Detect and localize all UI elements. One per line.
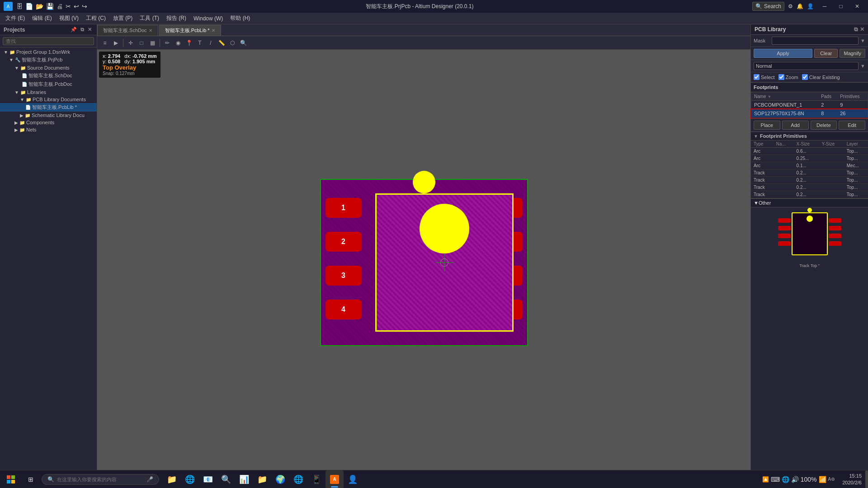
taskbar-app-mail[interactable]: 📧: [199, 470, 217, 488]
poly-tool[interactable]: ⬡: [227, 38, 237, 48]
prim-row-1[interactable]: Arc 0.25... Top...: [751, 155, 868, 162]
taskbar-app-search[interactable]: 🔍: [217, 470, 235, 488]
mask-input[interactable]: [772, 37, 859, 45]
panel-float-icon[interactable]: ⧉: [79, 26, 85, 33]
time-display[interactable]: 15:15 2020/2/6: [839, 473, 865, 486]
taskbar-app-phone[interactable]: 📱: [307, 470, 326, 488]
primitives-section-header[interactable]: ▼ Footprint Primitives: [751, 131, 868, 141]
select-checkbox[interactable]: [754, 74, 760, 80]
edit-button[interactable]: Edit: [839, 121, 865, 130]
tree-item-components[interactable]: ▶ 📁 Components: [0, 119, 97, 126]
arrow-tool[interactable]: ▶: [111, 38, 121, 48]
tab-sch[interactable]: 智能车主板.SchDoc ✕: [97, 25, 158, 36]
delete-button[interactable]: Delete: [811, 121, 837, 130]
primitives-table-container[interactable]: Type Na... X-Size Y-Size Layer Arc 0.6..…: [751, 141, 868, 198]
panel-close-icon[interactable]: ✕: [86, 26, 93, 33]
pin-2[interactable]: 2: [326, 232, 362, 252]
zoom-checkbox[interactable]: [778, 74, 784, 80]
titlebar-search[interactable]: 🔍 Search: [752, 2, 784, 11]
tree-item-schDoc[interactable]: 📄 智能车主板.SchDoc: [0, 71, 97, 80]
place-button[interactable]: Place: [754, 121, 780, 130]
taskbar-app-browser[interactable]: 🌐: [289, 470, 307, 488]
fp-col-primitives[interactable]: Primitives: [837, 93, 868, 101]
pin-tool[interactable]: 📍: [184, 38, 194, 48]
zoom-checkbox-label[interactable]: Zoom: [778, 74, 798, 80]
project-search-input[interactable]: [3, 37, 94, 45]
close-button[interactable]: ✕: [850, 1, 864, 11]
normal-select[interactable]: Normal: [754, 62, 859, 70]
cross-tool[interactable]: ✛: [126, 38, 136, 48]
tray-volume-icon[interactable]: 🔊: [791, 476, 799, 483]
taskview-button[interactable]: ⊞: [22, 470, 40, 488]
tray-up-arrow[interactable]: 🔼: [762, 476, 769, 483]
fp-col-name[interactable]: Name ▼: [751, 93, 818, 101]
magnify-button[interactable]: Magnify: [840, 49, 865, 58]
prim-row-5[interactable]: Track 0.2... Top...: [751, 184, 868, 191]
settings-icon[interactable]: ⚙: [788, 3, 793, 9]
taskbar-app-docs[interactable]: 📁: [253, 470, 271, 488]
select-checkbox-label[interactable]: Select: [754, 74, 775, 80]
taskbar-app-maps[interactable]: 🌍: [271, 470, 289, 488]
taskbar-search-input[interactable]: [57, 477, 144, 482]
bar-chart-tool[interactable]: ▦: [147, 38, 157, 48]
pencil-tool[interactable]: ✏: [162, 38, 172, 48]
prim-row-6[interactable]: Track 0.2... Top...: [751, 191, 868, 198]
normal-dropdown-arrow[interactable]: ▼: [860, 63, 865, 69]
pin-3[interactable]: 3: [326, 266, 362, 286]
taskbar-app-altium[interactable]: A: [326, 470, 344, 488]
filter-tool[interactable]: ≡: [100, 38, 110, 48]
prim-row-4[interactable]: Track 0.2... Top...: [751, 177, 868, 184]
tree-item-sch-lib-docs[interactable]: ▶ 📁 Schematic Library Docu: [0, 112, 97, 119]
pin-4[interactable]: 4: [326, 300, 362, 319]
clear-existing-checkbox[interactable]: [802, 74, 808, 80]
tray-wifi-icon[interactable]: 📶: [819, 476, 826, 483]
taskbar-search-bar[interactable]: 🔍 🎤: [42, 474, 159, 485]
taskbar-app-files[interactable]: 📁: [163, 470, 181, 488]
menu-view[interactable]: 视图 (V): [56, 13, 82, 23]
menu-help[interactable]: 帮助 (H): [226, 13, 254, 23]
measure-tool[interactable]: 📏: [217, 38, 226, 48]
taskbar-app-user[interactable]: 👤: [344, 470, 362, 488]
tree-item-project[interactable]: ▼ 🔧 智能车主板.PrjPcb: [0, 56, 97, 64]
rp-float-icon[interactable]: ⧉: [854, 26, 858, 33]
start-button[interactable]: [0, 470, 22, 488]
other-section-header[interactable]: ▼ Other: [751, 198, 868, 207]
pin-1[interactable]: 1: [326, 198, 362, 218]
clear-button[interactable]: Clear: [814, 49, 838, 58]
minimize-button[interactable]: ─: [817, 1, 832, 11]
menu-tools[interactable]: 工具 (T): [136, 13, 163, 23]
notification-icon[interactable]: 🔔: [797, 3, 803, 9]
clear-existing-checkbox-label[interactable]: Clear Existing: [802, 74, 840, 80]
prim-row-2[interactable]: Arc 0.1... Mec...: [751, 162, 868, 169]
prim-row-0[interactable]: Arc 0.6... Top...: [751, 148, 868, 155]
tree-item-source-docs[interactable]: ▼ 📁 Source Documents: [0, 64, 97, 71]
fp-col-pads[interactable]: Pads: [818, 93, 837, 101]
taskbar-app-excel[interactable]: 📊: [235, 470, 253, 488]
rect-tool[interactable]: □: [137, 38, 146, 48]
zoom-tool[interactable]: 🔍: [238, 38, 248, 48]
menu-file[interactable]: 文件 (E): [2, 13, 28, 23]
tab-lib[interactable]: 智能车主板.PcbLib * ✕: [159, 25, 221, 36]
user-icon[interactable]: 👤: [807, 3, 814, 9]
show-desktop-button[interactable]: [865, 470, 868, 488]
tree-item-nets[interactable]: ▶ 📁 Nets: [0, 126, 97, 133]
tree-item-pcbDoc[interactable]: 📄 智能车主板.PcbDoc: [0, 80, 97, 89]
menu-report[interactable]: 报告 (R): [163, 13, 190, 23]
line-tool[interactable]: /: [206, 38, 216, 48]
tab-close-icon[interactable]: ✕: [149, 28, 152, 33]
prim-row-3[interactable]: Track 0.2... Top...: [751, 169, 868, 177]
maximize-button[interactable]: □: [834, 1, 848, 11]
mic-icon[interactable]: 🎤: [146, 476, 153, 483]
pcb-canvas-area[interactable]: x: 2.794 dx: -0.762 mm y: 0.508 dy: 1.90…: [97, 50, 750, 475]
panel-pin-icon[interactable]: 📌: [69, 26, 78, 33]
tree-item-project-group[interactable]: ▼ 📁 Project Group 1.DsnWrk: [0, 48, 97, 56]
menu-project[interactable]: 工程 (C): [82, 13, 109, 23]
circle-tool[interactable]: ◉: [173, 38, 183, 48]
taskbar-app-edge[interactable]: 🌐: [181, 470, 199, 488]
text-tool[interactable]: T: [195, 38, 205, 48]
apply-button[interactable]: Apply: [754, 49, 812, 58]
tray-altium-icon[interactable]: A⚙: [828, 477, 835, 482]
tree-item-libraries[interactable]: ▼ 📁 Libraries: [0, 89, 97, 96]
menu-edit[interactable]: 编辑 (E): [28, 13, 55, 23]
tab-close-icon[interactable]: ✕: [212, 28, 215, 33]
